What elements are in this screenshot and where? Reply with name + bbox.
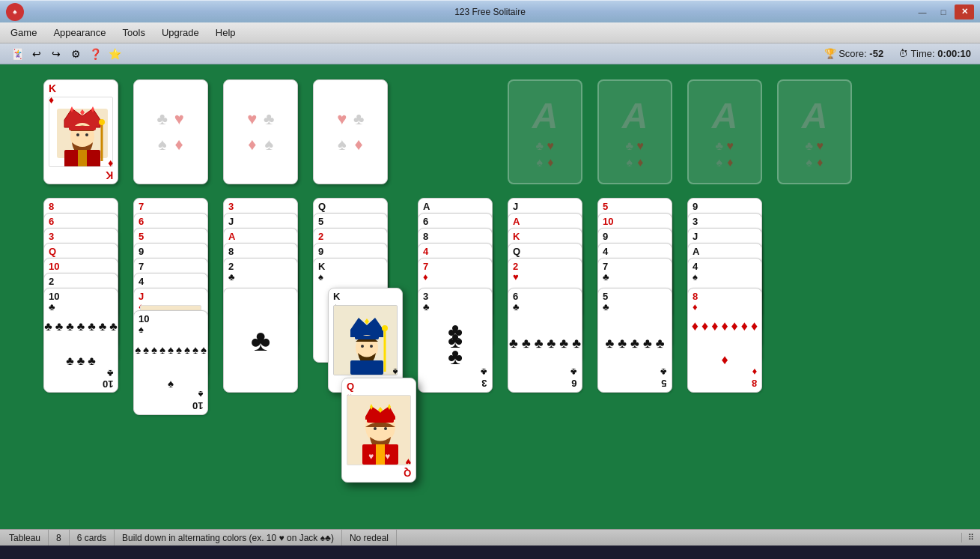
menubar: Game Appearance Tools Upgrade Help (0, 22, 980, 43)
svg-point-30 (374, 427, 377, 430)
svg-rect-6 (69, 126, 96, 130)
svg-point-7 (76, 133, 79, 136)
status-redeal: No redeal (342, 530, 397, 546)
card-rank-br: K♦ (106, 157, 113, 181)
svg-point-22 (382, 325, 388, 331)
maximize-button[interactable]: □ (934, 4, 953, 19)
toolbar-icon-6[interactable]: ⭐ (106, 46, 123, 62)
toolbar-icons: 🃏 ↩ ↪ ⚙ ❓ ⭐ (9, 46, 123, 62)
menu-game[interactable]: Game (3, 25, 44, 40)
svg-text:♥: ♥ (368, 451, 374, 462)
svg-text:♥: ♥ (385, 451, 390, 462)
score-display: 🏆 Score: -52 (824, 48, 884, 59)
game-area[interactable]: K♦ (0, 64, 980, 529)
svg-rect-20 (350, 360, 383, 375)
status-game-type: Tableau (6, 530, 49, 546)
menu-help[interactable]: Help (208, 25, 243, 40)
svg-rect-33 (376, 444, 385, 465)
titlebar: ♠ 123 Free Solitaire — □ ✕ (0, 0, 980, 22)
window-controls: — □ ✕ (913, 4, 974, 19)
minimize-button[interactable]: — (913, 4, 932, 19)
toolbar-icon-3[interactable]: ↪ (48, 46, 64, 62)
toolbar-stats: 🏆 Score: -52 ⏱ Time: 0:00:10 (824, 48, 971, 59)
window-title: 123 Free Solitaire (454, 7, 526, 17)
time-display: ⏱ Time: 0:00:10 (898, 48, 971, 59)
svg-rect-10 (78, 150, 87, 167)
status-card-count: 6 cards (70, 530, 115, 546)
toolbar-icon-1[interactable]: 🃏 (9, 46, 25, 62)
toolbar-icon-5[interactable]: ❓ (87, 46, 103, 62)
svg-point-31 (384, 427, 387, 430)
toolbar-icon-2[interactable]: ↩ (28, 46, 45, 62)
svg-point-12 (99, 119, 105, 125)
toolbar: 🃏 ↩ ↪ ⚙ ❓ ⭐ 🏆 Score: -52 ⏱ Time: 0:00:10 (0, 43, 980, 64)
svg-point-8 (85, 133, 88, 136)
menu-appearance[interactable]: Appearance (46, 25, 113, 40)
svg-rect-17 (355, 336, 379, 339)
status-rule: Build down in alternating colors (ex. 10… (115, 530, 342, 546)
menu-upgrade[interactable]: Upgrade (154, 25, 207, 40)
svg-rect-29 (367, 418, 394, 423)
menu-tools[interactable]: Tools (115, 25, 153, 40)
face-card-image (49, 97, 113, 167)
statusbar: Tableau 8 6 cards Build down in alternat… (0, 529, 980, 546)
toolbar-icon-4[interactable]: ⚙ (67, 46, 84, 62)
app-logo: ♠ (6, 3, 24, 21)
svg-point-19 (370, 345, 373, 348)
status-grip: ⠿ (961, 533, 974, 543)
status-col-count: 8 (49, 530, 70, 546)
svg-point-18 (361, 345, 364, 348)
close-button[interactable]: ✕ (955, 4, 974, 19)
